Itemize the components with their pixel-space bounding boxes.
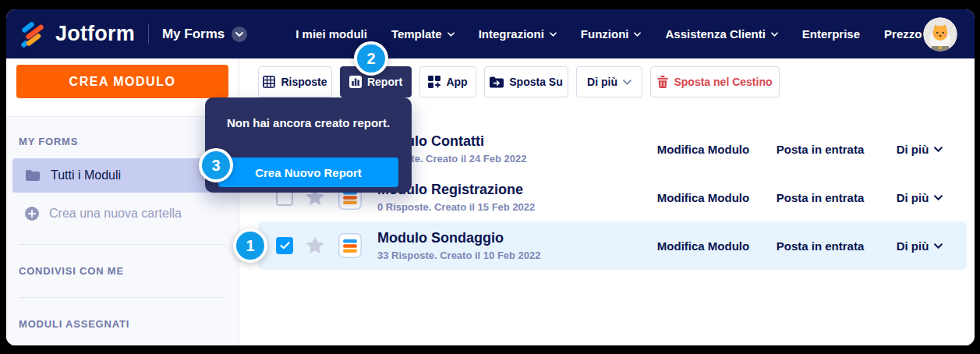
menu-my-forms[interactable]: I miei moduli bbox=[295, 27, 367, 41]
responses-button[interactable]: Risposte bbox=[258, 66, 332, 97]
chevron-down-icon bbox=[550, 32, 557, 37]
form-row-text: Modulo Sondaggio 33 Risposte. Creato il … bbox=[377, 230, 645, 261]
inbox-link[interactable]: Posta in entrata bbox=[762, 143, 879, 156]
form-title[interactable]: Modulo Sondaggio bbox=[377, 230, 645, 246]
folder-icon bbox=[25, 169, 41, 182]
inbox-link[interactable]: Posta in entrata bbox=[762, 239, 879, 253]
step-badge-2: 2 bbox=[354, 41, 388, 76]
move-up-button[interactable]: Sposta Su bbox=[484, 66, 568, 97]
step-badge-1: 1 bbox=[233, 228, 267, 263]
workspace-label: My Forms bbox=[162, 27, 225, 42]
chevron-down-icon bbox=[934, 243, 943, 249]
app-button[interactable]: App bbox=[419, 66, 476, 97]
report-popover: Non hai ancora creato report. Crea Nuovo… bbox=[205, 97, 412, 193]
row-more-link[interactable]: Di più bbox=[879, 191, 961, 204]
form-row-sondaggio: Modulo Sondaggio 33 Risposte. Creato il … bbox=[258, 221, 967, 270]
edit-form-link[interactable]: Modifica Modulo bbox=[645, 239, 762, 253]
user-avatar[interactable] bbox=[923, 17, 957, 51]
chevron-down-icon bbox=[934, 147, 943, 152]
create-form-button[interactable]: CREA MODULO bbox=[16, 65, 228, 98]
popover-message: Non hai ancora creato report. bbox=[205, 97, 412, 129]
menu-template[interactable]: Template bbox=[391, 27, 455, 41]
trash-icon bbox=[657, 76, 668, 88]
folder-move-icon bbox=[490, 76, 504, 88]
row-more-link[interactable]: Di più bbox=[879, 143, 961, 156]
edit-form-link[interactable]: Modifica Modulo bbox=[645, 191, 762, 204]
more-button[interactable]: Di più bbox=[576, 66, 642, 97]
chevron-down-icon bbox=[634, 32, 641, 37]
inbox-link[interactable]: Posta in entrata bbox=[762, 191, 879, 204]
sidebar-divider bbox=[19, 244, 226, 245]
form-row-text: Modulo Registrazione 0 Risposte. Creato … bbox=[377, 182, 645, 213]
menu-prezzo[interactable]: Prezzo bbox=[884, 27, 922, 41]
form-meta: 33 Risposte. Creato il 10 Feb 2022 bbox=[377, 250, 645, 261]
form-meta: Risposte. Creato il 24 Feb 2022 bbox=[377, 153, 645, 165]
menu-assistenza[interactable]: Assistenza Clienti bbox=[665, 27, 777, 41]
jotform-logo[interactable]: Jotform bbox=[19, 20, 135, 48]
menu-integrazioni[interactable]: Integrazioni bbox=[479, 27, 557, 41]
navbar-divider bbox=[148, 24, 149, 44]
jotform-logo-icon bbox=[19, 20, 47, 48]
form-icon bbox=[338, 233, 362, 258]
top-navbar: Jotform My Forms I miei moduli Template … bbox=[6, 9, 975, 58]
workspace-switcher[interactable]: My Forms bbox=[162, 27, 247, 42]
chevron-down-icon bbox=[934, 195, 943, 200]
plus-circle-icon bbox=[25, 207, 39, 221]
chevron-down-icon bbox=[623, 80, 632, 85]
move-to-trash-button[interactable]: Sposta nel Cestino bbox=[650, 66, 780, 97]
form-title[interactable]: Modulo Registrazione bbox=[377, 182, 645, 198]
form-row-text: Modulo Contatti Risposte. Creato il 24 F… bbox=[377, 133, 645, 165]
chevron-down-icon bbox=[232, 27, 247, 42]
sidebar-item-label: Crea una nuova cartella bbox=[49, 207, 182, 221]
main-menu: I miei moduli Template Integrazioni Funz… bbox=[295, 27, 922, 41]
app-grid-plus-icon bbox=[428, 76, 440, 88]
edit-form-link[interactable]: Modifica Modulo bbox=[645, 143, 762, 156]
form-title[interactable]: Modulo Contatti bbox=[377, 133, 645, 150]
brand-name: Jotform bbox=[55, 22, 135, 46]
form-meta: 0 Risposte. Creato il 15 Feb 2022 bbox=[377, 201, 645, 213]
step-badge-3: 3 bbox=[199, 148, 233, 182]
row-more-link[interactable]: Di più bbox=[879, 239, 961, 253]
app-window: Jotform My Forms I miei moduli Template … bbox=[6, 9, 975, 345]
check-icon bbox=[280, 242, 290, 250]
sidebar-nav: MY FORMS Tutti i Moduli Crea una nuova c… bbox=[6, 116, 239, 345]
chevron-down-icon bbox=[448, 32, 455, 37]
sidebar: CREA MODULO MY FORMS Tutti i Moduli Crea… bbox=[6, 58, 239, 345]
table-grid-icon bbox=[263, 76, 275, 88]
create-new-report-button[interactable]: Crea Nuovo Report bbox=[218, 158, 398, 187]
sidebar-section-assigned[interactable]: MODULI ASSEGNATI bbox=[19, 318, 226, 330]
sidebar-section-shared[interactable]: CONDIVISI CON ME bbox=[19, 265, 226, 277]
form-toolbar: Risposte Report App Sposta Su Di più Spo… bbox=[258, 66, 780, 97]
sidebar-item-label: Tutti i Moduli bbox=[51, 168, 121, 182]
star-icon[interactable] bbox=[305, 236, 325, 256]
menu-funzioni[interactable]: Funzioni bbox=[581, 27, 642, 41]
sidebar-divider bbox=[19, 297, 226, 298]
sidebar-section-my-forms: MY FORMS bbox=[19, 136, 226, 147]
bar-chart-icon bbox=[349, 76, 362, 88]
sidebar-item-new-folder[interactable]: Crea una nuova cartella bbox=[12, 197, 232, 230]
row-checkbox-checked[interactable] bbox=[276, 237, 293, 254]
chevron-down-icon bbox=[771, 32, 778, 37]
menu-enterprise[interactable]: Enterprise bbox=[802, 27, 860, 41]
